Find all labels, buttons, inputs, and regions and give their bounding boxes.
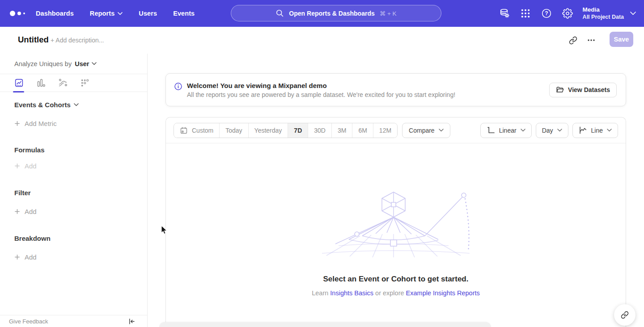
empty-state: Select an Event or Cohort to get started…: [166, 189, 626, 297]
chevron-down-icon: [92, 62, 97, 65]
copy-link-button[interactable]: [567, 34, 579, 46]
view-datasets-label: View Datasets: [568, 86, 610, 93]
empty-state-title: Select an Event or Cohort to get started…: [166, 275, 626, 284]
line-chart-tab-icon: [14, 78, 24, 88]
calendar-icon: [180, 126, 188, 134]
project-scope: All Project Data: [583, 14, 624, 21]
nav-item-label: Dashboards: [36, 10, 74, 17]
nav-item-label: Events: [173, 10, 195, 17]
events-cohorts-section-title[interactable]: Events & Cohorts: [14, 101, 79, 109]
chevron-down-icon: [74, 103, 79, 106]
navbar-right-group: ? Media All Project Data: [494, 0, 636, 27]
date-range-segmented-control: Custom Today Yesterday 7D 30D 3M 6M 12M: [174, 123, 398, 138]
link-icon: [569, 36, 577, 45]
tab-retention[interactable]: [80, 78, 89, 88]
nav-item-label: Users: [139, 10, 157, 17]
range-6m[interactable]: 6M: [352, 123, 373, 138]
breakdown-section-title: Breakdown: [14, 235, 51, 242]
add-filter-button[interactable]: Add: [14, 208, 37, 215]
analyze-label: Analyze Uniques by: [14, 60, 72, 67]
search-icon: [275, 9, 284, 17]
chevron-down-icon: [521, 129, 525, 132]
tab-flows[interactable]: [58, 78, 68, 88]
report-title[interactable]: Untitled: [18, 35, 49, 45]
nav-item-users[interactable]: Users: [139, 10, 157, 17]
interval-dropdown[interactable]: Day: [536, 123, 568, 138]
plus-icon: [14, 254, 20, 260]
results-table-peek[interactable]: [159, 322, 491, 327]
add-metric-button[interactable]: Add Metric: [14, 120, 57, 127]
save-button[interactable]: Save: [610, 32, 633, 47]
range-label: Today: [225, 127, 242, 134]
nav-item-reports[interactable]: Reports: [90, 10, 123, 17]
retention-tab-icon: [80, 78, 89, 88]
give-feedback-link[interactable]: Give Feedback: [9, 318, 48, 325]
database-gear-icon: [499, 8, 510, 19]
banner-subtitle: All the reports you see are powered by a…: [187, 91, 455, 98]
settings-button[interactable]: [557, 0, 578, 27]
insights-basics-link[interactable]: Insights Basics: [330, 289, 373, 297]
compare-dropdown[interactable]: Compare: [402, 123, 450, 138]
range-label: 6M: [358, 127, 367, 134]
apps-grid-button[interactable]: [515, 0, 536, 27]
active-tab-indicator: [13, 91, 24, 92]
ellipsis-icon: [587, 36, 596, 45]
line-chart-icon: [579, 126, 587, 134]
analyze-value: User: [75, 60, 89, 67]
banner-title: Welcome! You are viewing a Mixpanel demo: [187, 82, 455, 89]
analyze-unit-dropdown[interactable]: User: [75, 60, 97, 67]
subtitle-text: Learn: [312, 289, 328, 297]
section-label: Breakdown: [14, 235, 51, 242]
chart-type-tabs: [0, 74, 147, 92]
range-label: 3M: [338, 127, 346, 134]
svg-text:?: ?: [545, 10, 548, 17]
range-3m[interactable]: 3M: [332, 123, 352, 138]
search-shortcut: ⌘ + K: [380, 10, 397, 17]
insights-chart-card: Custom Today Yesterday 7D 30D 3M 6M 12M …: [165, 117, 626, 327]
section-label: Filter: [14, 189, 31, 197]
nav-item-events[interactable]: Events: [173, 10, 195, 17]
global-search-input[interactable]: Open Reports & Dashboards ⌘ + K: [231, 5, 441, 21]
chart-type-dropdown[interactable]: Line: [572, 123, 618, 138]
range-yesterday[interactable]: Yesterday: [249, 123, 288, 138]
project-switcher[interactable]: Media All Project Data: [583, 6, 636, 21]
mixpanel-logo-icon[interactable]: [10, 11, 25, 16]
add-formula-button[interactable]: Add: [14, 162, 37, 170]
range-7d-selected[interactable]: 7D: [288, 123, 308, 138]
more-options-button[interactable]: [585, 34, 597, 46]
demo-welcome-banner: Welcome! You are viewing a Mixpanel demo…: [165, 73, 626, 106]
chevron-down-icon: [630, 12, 636, 15]
add-description-field[interactable]: + Add description...: [51, 37, 104, 44]
tab-insights-line[interactable]: [14, 78, 24, 88]
add-breakdown-button[interactable]: Add: [14, 253, 37, 261]
range-today[interactable]: Today: [220, 123, 248, 138]
empty-state-illustration: [311, 189, 481, 259]
query-builder-sidebar: Analyze Uniques by User: [0, 54, 148, 327]
plus-icon: [14, 209, 20, 214]
range-label: 30D: [314, 127, 326, 134]
nav-item-dashboards[interactable]: Dashboards: [36, 10, 74, 17]
tab-bar-chart[interactable]: [36, 78, 46, 88]
share-link-fab[interactable]: [614, 304, 636, 326]
range-12m[interactable]: 12M: [373, 123, 397, 138]
view-datasets-button[interactable]: View Datasets: [549, 83, 617, 97]
collapse-sidebar-button[interactable]: [128, 318, 136, 325]
action-label: Add: [25, 162, 37, 170]
compare-label: Compare: [409, 127, 435, 134]
example-reports-link[interactable]: Example Insights Reports: [406, 289, 480, 297]
section-label: Formulas: [14, 146, 45, 154]
action-label: Add Metric: [25, 120, 57, 127]
range-custom[interactable]: Custom: [174, 123, 220, 138]
bar-chart-tab-icon: [36, 78, 46, 88]
folder-icon: [556, 86, 564, 94]
scale-dropdown[interactable]: Linear: [480, 123, 532, 138]
range-30d[interactable]: 30D: [308, 123, 332, 138]
scale-label: Linear: [499, 127, 517, 134]
data-management-button[interactable]: [494, 0, 515, 27]
chevron-down-icon: [118, 12, 123, 15]
range-label: Yesterday: [254, 127, 282, 134]
help-button[interactable]: ?: [536, 0, 557, 27]
chart-type-label: Line: [591, 127, 603, 134]
subtitle-text: or explore: [375, 289, 404, 297]
chevron-down-icon: [607, 129, 612, 132]
